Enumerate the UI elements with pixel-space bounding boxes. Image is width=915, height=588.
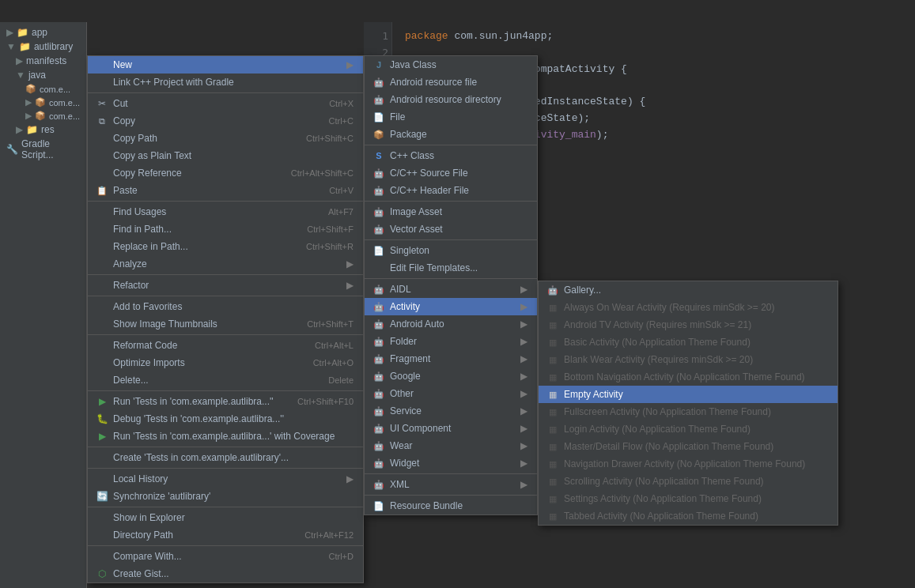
menu-item-other[interactable]: 🤖 Other ▶ bbox=[365, 385, 537, 402]
menu-item-fragment[interactable]: 🤖 Fragment ▶ bbox=[365, 350, 537, 368]
menu-item-cpp-source[interactable]: 🤖 C/C++ Source File bbox=[365, 164, 537, 182]
menu-item-local-history[interactable]: Local History ▶ bbox=[88, 470, 363, 488]
menu-item-compare[interactable]: Compare With... Ctrl+D bbox=[88, 548, 363, 565]
login-icon: ▦ bbox=[545, 423, 561, 435]
menu-item-thumbnails[interactable]: Show Image Thumbnails Ctrl+Shift+T bbox=[88, 315, 363, 333]
sidebar-item-com3[interactable]: ▶ 📦 com.e... bbox=[0, 109, 86, 122]
menu-item-refactor[interactable]: Refactor ▶ bbox=[88, 277, 363, 294]
menu-item-basic-activity[interactable]: ▦ Basic Activity (No Application Theme F… bbox=[539, 334, 837, 351]
menu-item-android-res-file[interactable]: 🤖 Android resource file bbox=[365, 74, 537, 91]
menu-item-copy-plain[interactable]: Copy as Plain Text bbox=[88, 147, 363, 164]
menu-item-ui-component[interactable]: 🤖 UI Component ▶ bbox=[365, 420, 537, 437]
singleton-label: Singleton bbox=[390, 245, 429, 256]
sidebar-item-manifests[interactable]: ▶ manifests bbox=[0, 54, 86, 68]
menu-item-android-tv[interactable]: ▦ Android TV Activity (Requires minSdk >… bbox=[539, 316, 837, 334]
menu-item-delete[interactable]: Delete... Delete bbox=[88, 371, 363, 389]
menu-item-always-on-wear[interactable]: ▦ Always On Wear Activity (Requires minS… bbox=[539, 299, 837, 316]
menu-item-sync[interactable]: 🔄 Synchronize 'autlibrary' bbox=[88, 488, 363, 505]
menu-item-favorites[interactable]: Add to Favorites bbox=[88, 298, 363, 315]
menu-item-optimize[interactable]: Optimize Imports Ctrl+Alt+O bbox=[88, 354, 363, 371]
sidebar-item-com1[interactable]: 📦 com.e... bbox=[0, 82, 86, 96]
new-label: New bbox=[113, 59, 132, 70]
menu-item-cpp-header[interactable]: 🤖 C/C++ Header File bbox=[365, 182, 537, 199]
sidebar-item-com2[interactable]: ▶ 📦 com.e... bbox=[0, 96, 86, 109]
sidebar-item-autlibrary[interactable]: ▼ 📁 autlibrary bbox=[0, 40, 86, 54]
menu-item-blank-wear[interactable]: ▦ Blank Wear Activity (Requires minSdk >… bbox=[539, 351, 837, 368]
explorer-icon bbox=[94, 511, 110, 524]
menu-item-copy-path[interactable]: Copy Path Ctrl+Shift+C bbox=[88, 130, 363, 147]
menu-item-analyze[interactable]: Analyze ▶ bbox=[88, 255, 363, 273]
sidebar-item-gradle[interactable]: 🔧 Gradle Script... bbox=[0, 137, 86, 162]
context-menu-2: J Java Class 🤖 Android resource file 🤖 A… bbox=[364, 55, 538, 515]
menu-item-service[interactable]: 🤖 Service ▶ bbox=[365, 402, 537, 420]
menu-item-nav-drawer[interactable]: ▦ Navigation Drawer Activity (No Applica… bbox=[539, 455, 837, 473]
history-arrow: ▶ bbox=[346, 473, 354, 484]
sidebar-item-app[interactable]: ▶ 📁 app bbox=[0, 25, 86, 40]
menu-item-create-tests[interactable]: Create 'Tests in com.example.autlibrary'… bbox=[88, 449, 363, 466]
menu-item-java-class[interactable]: J Java Class bbox=[365, 56, 537, 74]
empty-activity-icon: ▦ bbox=[545, 388, 561, 401]
menu-item-reformat[interactable]: Reformat Code Ctrl+Alt+L bbox=[88, 337, 363, 354]
service-label: Service bbox=[390, 405, 422, 416]
menu-item-empty-activity[interactable]: ▦ Empty Activity bbox=[539, 386, 837, 403]
gradle-icon: 🔧 bbox=[6, 144, 18, 155]
menu-item-folder[interactable]: 🤖 Folder ▶ bbox=[365, 333, 537, 350]
menu-item-master-detail[interactable]: ▦ Master/Detail Flow (No Application The… bbox=[539, 438, 837, 455]
menu-item-cut[interactable]: ✂ Cut Ctrl+X bbox=[88, 95, 363, 112]
menu-item-find-usages[interactable]: Find Usages Alt+F7 bbox=[88, 203, 363, 220]
menu-item-google[interactable]: 🤖 Google ▶ bbox=[365, 368, 537, 385]
menu-item-activity[interactable]: 🤖 Activity ▶ bbox=[365, 298, 537, 315]
menu-item-coverage[interactable]: ▶ Run 'Tests in 'com.example.autlibra...… bbox=[88, 428, 363, 445]
menu-item-explorer[interactable]: Show in Explorer bbox=[88, 509, 363, 526]
menu-item-edit-templates[interactable]: Edit File Templates... bbox=[365, 259, 537, 277]
menu-item-aidl[interactable]: 🤖 AIDL ▶ bbox=[365, 281, 537, 298]
menu-item-android-res-dir[interactable]: 🤖 Android resource directory bbox=[365, 91, 537, 108]
separator-10 bbox=[88, 545, 363, 546]
menu-item-wear[interactable]: 🤖 Wear ▶ bbox=[365, 437, 537, 454]
menu-item-gallery[interactable]: 🤖 Gallery... bbox=[539, 281, 837, 299]
menu-item-package[interactable]: 📦 Package bbox=[365, 126, 537, 143]
resource-bundle-label: Resource Bundle bbox=[390, 500, 463, 511]
cpp-source-icon: 🤖 bbox=[371, 167, 387, 179]
menu-item-debug[interactable]: 🐛 Debug 'Tests in 'com.example.autlibra.… bbox=[88, 410, 363, 428]
folder-label: Folder bbox=[390, 336, 417, 347]
gist-icon: ⬡ bbox=[94, 567, 110, 580]
menu-item-new[interactable]: New ▶ bbox=[88, 56, 363, 74]
menu-item-replace-path[interactable]: Replace in Path... Ctrl+Shift+R bbox=[88, 238, 363, 255]
menu-item-copy[interactable]: ⧉ Copy Ctrl+C bbox=[88, 112, 363, 130]
menu-item-login[interactable]: ▦ Login Activity (No Application Theme F… bbox=[539, 420, 837, 438]
menu-item-widget[interactable]: 🤖 Widget ▶ bbox=[365, 454, 537, 472]
menu2-sep5 bbox=[365, 473, 537, 474]
menu-item-file[interactable]: 📄 File bbox=[365, 108, 537, 126]
menu-item-tabbed[interactable]: ▦ Tabbed Activity (No Application Theme … bbox=[539, 507, 837, 525]
menu-item-singleton[interactable]: 📄 Singleton bbox=[365, 242, 537, 259]
empty-activity-label: Empty Activity bbox=[564, 389, 623, 400]
refactor-arrow: ▶ bbox=[346, 280, 354, 291]
menu-item-bottom-nav[interactable]: ▦ Bottom Navigation Activity (No Applica… bbox=[539, 368, 837, 386]
menu-item-android-auto[interactable]: 🤖 Android Auto ▶ bbox=[365, 315, 537, 333]
menu-item-link-cpp[interactable]: Link C++ Project with Gradle bbox=[88, 74, 363, 91]
menu-item-fullscreen[interactable]: ▦ Fullscreen Activity (No Application Th… bbox=[539, 403, 837, 420]
menu-item-dir-path[interactable]: Directory Path Ctrl+Alt+F12 bbox=[88, 526, 363, 544]
menu-item-copy-ref[interactable]: Copy Reference Ctrl+Alt+Shift+C bbox=[88, 164, 363, 182]
sidebar-item-java[interactable]: ▼ java bbox=[0, 68, 86, 82]
menu-item-paste[interactable]: 📋 Paste Ctrl+V bbox=[88, 182, 363, 199]
menu-item-image-asset[interactable]: 🤖 Image Asset bbox=[365, 203, 537, 220]
sidebar-item-res[interactable]: ▶ 📁 res bbox=[0, 122, 86, 137]
bottom-nav-icon: ▦ bbox=[545, 371, 561, 383]
com1-label: com.e... bbox=[40, 85, 70, 94]
menu-item-vector-asset[interactable]: 🤖 Vector Asset bbox=[365, 220, 537, 238]
menu-item-scrolling[interactable]: ▦ Scrolling Activity (No Application The… bbox=[539, 473, 837, 490]
aidl-label: AIDL bbox=[390, 284, 411, 295]
menu-item-cpp-class[interactable]: S C++ Class bbox=[365, 147, 537, 164]
cut-label: Cut bbox=[113, 98, 128, 109]
menu-item-run[interactable]: ▶ Run 'Tests in 'com.example.autlibra...… bbox=[88, 393, 363, 410]
menu-item-xml[interactable]: 🤖 XML ▶ bbox=[365, 476, 537, 493]
always-on-wear-icon: ▦ bbox=[545, 301, 561, 314]
sync-icon: 🔄 bbox=[94, 490, 110, 503]
menu-item-resource-bundle[interactable]: 📄 Resource Bundle bbox=[365, 497, 537, 514]
delete-label: Delete... bbox=[113, 375, 149, 386]
menu-item-gist[interactable]: ⬡ Create Gist... bbox=[88, 565, 363, 582]
menu-item-settings-activity[interactable]: ▦ Settings Activity (No Application Them… bbox=[539, 490, 837, 507]
menu-item-find-path[interactable]: Find in Path... Ctrl+Shift+F bbox=[88, 220, 363, 238]
